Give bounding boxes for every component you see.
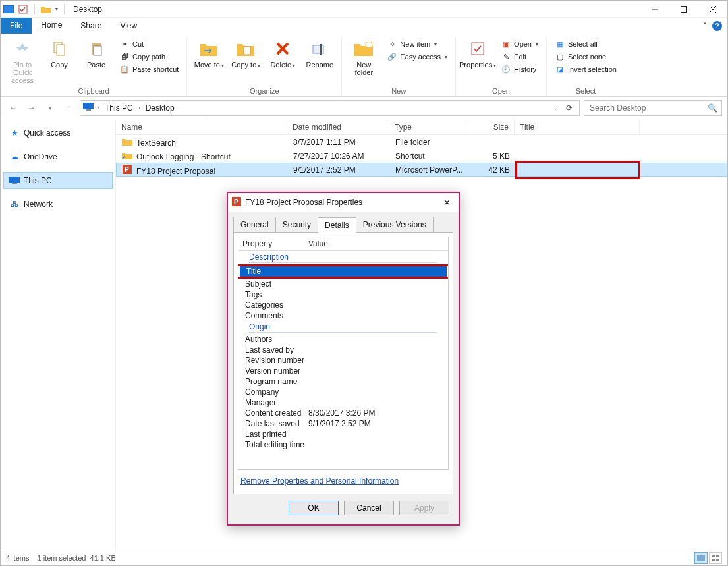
remove-properties-link[interactable]: Remove Properties and Personal Informati… xyxy=(240,476,446,486)
ok-button[interactable]: OK xyxy=(289,501,339,515)
up-button[interactable]: ↑ xyxy=(61,101,76,115)
qat-properties-icon[interactable] xyxy=(18,4,28,14)
column-size[interactable]: Size xyxy=(468,119,515,134)
prop-row-content-created[interactable]: Content created8/30/2017 3:26 PM xyxy=(238,408,448,418)
titlebar: ▾ Desktop xyxy=(1,1,727,18)
column-date[interactable]: Date modified xyxy=(287,119,389,134)
maximize-button[interactable] xyxy=(669,1,698,18)
prop-row-comments[interactable]: Comments xyxy=(238,310,448,321)
qat-dropdown[interactable]: ▾ xyxy=(55,6,58,12)
new-item-button[interactable]: ✧New item▾ xyxy=(385,38,449,50)
tab-view[interactable]: View xyxy=(111,18,146,34)
list-item[interactable]: PFY18 Project Proposal 9/1/2017 2:52 PM … xyxy=(116,163,727,177)
prop-row-categories[interactable]: Categories xyxy=(238,300,448,310)
breadcrumb-leaf[interactable]: Desktop xyxy=(144,103,176,113)
prop-row-total-editing[interactable]: Total editing time xyxy=(238,439,448,450)
dialog-tab-previous-versions[interactable]: Previous Versions xyxy=(356,217,434,232)
tab-file[interactable]: File xyxy=(1,18,32,34)
qat-folder-icon[interactable] xyxy=(41,4,51,14)
properties-button[interactable]: Properties▾ xyxy=(460,37,495,71)
apply-button[interactable]: Apply xyxy=(399,501,449,515)
rename-button[interactable]: Rename xyxy=(302,37,337,70)
nav-quick-access[interactable]: ★ Quick access xyxy=(3,125,113,142)
prop-row-revision[interactable]: Revision number xyxy=(238,355,448,366)
dialog-close-button[interactable]: ✕ xyxy=(439,198,455,208)
group-label-organize: Organize xyxy=(250,87,279,96)
recent-locations-button[interactable]: ▾ xyxy=(43,101,57,115)
view-large-icons-button[interactable] xyxy=(709,552,722,564)
column-type[interactable]: Type xyxy=(389,119,468,134)
svg-point-16 xyxy=(366,42,372,48)
collapse-ribbon-icon[interactable]: ⌃ xyxy=(702,21,708,30)
copy-path-button[interactable]: 🗐Copy path xyxy=(118,51,180,63)
refresh-button[interactable]: ⟳ xyxy=(562,103,576,113)
pin-to-quick-access-button[interactable]: Pin to Quick access xyxy=(5,37,40,86)
prop-row-last-printed[interactable]: Last printed xyxy=(238,429,448,439)
prop-row-authors[interactable]: Authors xyxy=(238,334,448,345)
svg-rect-14 xyxy=(313,45,323,53)
history-button[interactable]: 🕘History xyxy=(499,63,540,75)
easy-access-icon: 🔗 xyxy=(387,51,397,62)
select-none-button[interactable]: ▢Select none xyxy=(553,51,618,63)
dialog-tab-security[interactable]: Security xyxy=(275,217,318,232)
invert-selection-button[interactable]: ◪Invert selection xyxy=(553,63,618,75)
paste-shortcut-button[interactable]: 📋Paste shortcut xyxy=(118,63,180,75)
prop-row-version[interactable]: Version number xyxy=(238,366,448,376)
prop-row-manager[interactable]: Manager xyxy=(238,397,448,408)
prop-row-company[interactable]: Company xyxy=(238,387,448,397)
search-box[interactable]: 🔍 xyxy=(584,100,722,116)
tab-home[interactable]: Home xyxy=(32,18,71,34)
open-button[interactable]: ▣Open▾ xyxy=(499,38,540,50)
prop-row-program[interactable]: Program name xyxy=(238,376,448,387)
properties-header-value[interactable]: Value xyxy=(304,237,448,250)
dialog-tab-details[interactable]: Details xyxy=(318,217,356,233)
column-title[interactable]: Title xyxy=(515,119,640,134)
paste-button[interactable]: Paste xyxy=(78,37,114,70)
edit-button[interactable]: ✎Edit xyxy=(499,51,540,63)
select-all-button[interactable]: ▦Select all xyxy=(553,38,618,50)
search-icon[interactable]: 🔍 xyxy=(708,103,717,113)
network-icon: 🖧 xyxy=(9,199,20,210)
minimize-button[interactable] xyxy=(640,1,669,18)
svg-rect-19 xyxy=(86,109,91,111)
breadcrumb-root[interactable]: This PC xyxy=(103,103,134,113)
cut-button[interactable]: ✂Cut xyxy=(118,38,180,50)
ribbon-tabs: File Home Share View ⌃ ? xyxy=(1,18,727,34)
back-button[interactable]: ← xyxy=(6,101,20,115)
prop-row-tags[interactable]: Tags xyxy=(238,289,448,300)
help-icon[interactable]: ? xyxy=(712,21,722,31)
column-name[interactable]: Name⌃ xyxy=(116,119,287,134)
prop-row-last-saved-by[interactable]: Last saved by xyxy=(238,345,448,355)
prop-row-title[interactable]: Title xyxy=(240,266,447,277)
address-dropdown[interactable]: ⌄ xyxy=(551,105,559,111)
tab-share[interactable]: Share xyxy=(71,18,111,34)
easy-access-button[interactable]: 🔗Easy access▾ xyxy=(385,51,449,63)
delete-button[interactable]: Delete▾ xyxy=(265,37,300,71)
nav-network[interactable]: 🖧 Network xyxy=(3,196,113,213)
onedrive-icon: ☁ xyxy=(9,152,20,162)
cancel-button[interactable]: Cancel xyxy=(344,501,394,515)
prop-row-date-last-saved[interactable]: Date last saved9/1/2017 2:52 PM xyxy=(238,418,448,429)
properties-header-property[interactable]: Property xyxy=(238,237,304,250)
view-details-button[interactable] xyxy=(694,552,708,564)
new-folder-button[interactable]: New folder xyxy=(346,37,381,78)
app-icon xyxy=(3,4,14,14)
forward-button[interactable]: → xyxy=(24,101,39,115)
dialog-tab-general[interactable]: General xyxy=(233,217,276,232)
nav-this-pc[interactable]: This PC xyxy=(3,172,113,189)
copy-to-button[interactable]: Copy to▾ xyxy=(228,37,264,71)
pin-icon xyxy=(12,38,33,59)
copy-button[interactable]: Copy xyxy=(42,37,77,70)
chevron-right-icon[interactable]: › xyxy=(137,105,142,111)
move-to-button[interactable]: Move to▾ xyxy=(191,37,227,71)
search-input[interactable] xyxy=(588,103,704,113)
nav-onedrive[interactable]: ☁ OneDrive xyxy=(3,148,113,165)
chevron-right-icon[interactable]: › xyxy=(96,105,101,111)
list-item[interactable]: TextSearch 8/7/2017 1:11 PM File folder xyxy=(116,135,727,149)
properties-rows[interactable]: Description Title Subject Tags Categorie… xyxy=(238,251,448,469)
copy-path-icon: 🗐 xyxy=(119,51,130,62)
address-bar[interactable]: › This PC › Desktop ⌄ ⟳ xyxy=(80,100,580,116)
prop-row-subject[interactable]: Subject xyxy=(238,279,448,289)
new-item-icon: ✧ xyxy=(387,39,397,49)
close-button[interactable] xyxy=(698,1,727,18)
